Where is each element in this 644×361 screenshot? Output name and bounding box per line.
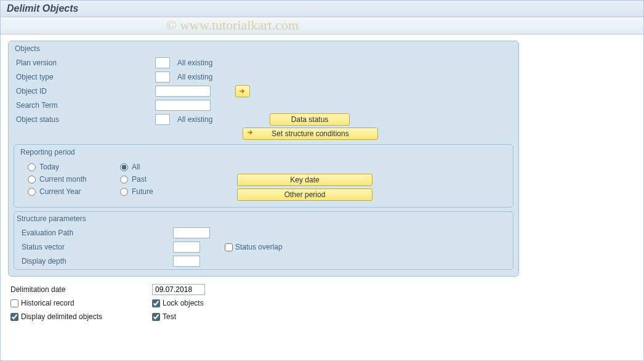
lock-objects-label: Lock objects bbox=[163, 299, 204, 307]
other-period-button[interactable]: Other period bbox=[237, 189, 372, 201]
object-type-row: Object type All existing bbox=[14, 70, 513, 84]
lock-objects-input[interactable] bbox=[152, 299, 160, 307]
evaluation-path-row: Evaluation Path bbox=[15, 226, 512, 240]
radio-all[interactable]: All bbox=[120, 163, 212, 171]
display-delimited-label: Display delimited objects bbox=[21, 312, 102, 321]
radio-today[interactable]: Today bbox=[28, 163, 120, 171]
object-type-label: Object type bbox=[14, 73, 155, 81]
historical-record-label: Historical record bbox=[21, 299, 74, 307]
bottom-checks-row-1: Historical record Lock objects bbox=[10, 296, 634, 310]
data-status-button[interactable]: Data status bbox=[270, 113, 350, 126]
display-depth-label: Display depth bbox=[15, 257, 173, 266]
object-id-input[interactable] bbox=[155, 86, 211, 97]
radio-col-2: All Past Future bbox=[120, 163, 212, 196]
data-status-label: Data status bbox=[291, 115, 329, 124]
status-overlap-input[interactable] bbox=[225, 243, 233, 251]
bottom-area: Delimitation date Historical record Lock… bbox=[8, 280, 636, 326]
search-term-label: Search Term bbox=[14, 101, 155, 110]
plan-version-label: Plan version bbox=[14, 59, 155, 67]
status-overlap-label: Status overlap bbox=[235, 243, 283, 251]
display-depth-input[interactable] bbox=[173, 256, 200, 267]
bottom-checks-row-2: Display delimited objects Test bbox=[10, 310, 634, 323]
toolbar bbox=[1, 17, 643, 34]
radio-current-month-input[interactable] bbox=[28, 176, 36, 184]
radio-past[interactable]: Past bbox=[120, 175, 212, 184]
other-period-label: Other period bbox=[284, 190, 326, 199]
object-status-label: Object status bbox=[14, 115, 155, 124]
display-delimited-input[interactable] bbox=[10, 313, 18, 321]
radio-current-year-label: Current Year bbox=[39, 187, 81, 196]
objects-group: Objects Plan version All existing Object… bbox=[8, 41, 519, 277]
reporting-body: Today Current month Current Year All bbox=[19, 159, 508, 202]
historical-record-input[interactable] bbox=[10, 299, 18, 307]
display-delimited-checkbox[interactable]: Display delimited objects bbox=[10, 312, 152, 321]
key-date-label: Key date bbox=[290, 176, 319, 184]
lock-objects-checkbox[interactable]: Lock objects bbox=[152, 299, 204, 307]
delimitation-date-row: Delimitation date bbox=[10, 283, 634, 296]
multiple-selection-button[interactable] bbox=[235, 85, 250, 97]
reporting-period-title: Reporting period bbox=[19, 147, 508, 159]
evaluation-path-label: Evaluation Path bbox=[15, 229, 173, 237]
radio-past-input[interactable] bbox=[120, 176, 128, 184]
search-term-input[interactable] bbox=[155, 100, 211, 111]
set-structure-row: Set structure conditions bbox=[14, 127, 513, 140]
test-checkbox[interactable]: Test bbox=[152, 312, 176, 321]
status-vector-row: Status vector Status overlap bbox=[15, 240, 512, 254]
object-id-row: Object ID bbox=[14, 84, 513, 98]
historical-record-checkbox[interactable]: Historical record bbox=[10, 299, 152, 307]
page-title: Delimit Objects bbox=[1, 1, 643, 17]
delimitation-date-label: Delimitation date bbox=[10, 285, 152, 294]
radio-current-month-label: Current month bbox=[39, 175, 87, 184]
page-title-text: Delimit Objects bbox=[7, 3, 78, 14]
radio-current-year-input[interactable] bbox=[28, 188, 36, 196]
status-vector-input[interactable] bbox=[173, 241, 200, 253]
structure-parameters-title: Structure parameters bbox=[15, 213, 512, 225]
delimitation-date-input[interactable] bbox=[152, 284, 205, 295]
radio-future-input[interactable] bbox=[120, 188, 128, 196]
object-id-label: Object ID bbox=[14, 87, 155, 95]
radio-future[interactable]: Future bbox=[120, 187, 212, 196]
set-structure-label: Set structure conditions bbox=[272, 129, 348, 138]
test-input[interactable] bbox=[152, 313, 160, 321]
plan-version-row: Plan version All existing bbox=[14, 56, 513, 70]
reporting-buttons: Key date Other period bbox=[237, 174, 372, 201]
search-term-row: Search Term bbox=[14, 99, 513, 112]
object-status-input[interactable] bbox=[155, 114, 170, 125]
radio-future-label: Future bbox=[132, 187, 153, 196]
structure-parameters-group: Structure parameters Evaluation Path Sta… bbox=[14, 211, 513, 270]
objects-group-title: Objects bbox=[14, 43, 513, 55]
plan-version-text: All existing bbox=[177, 59, 212, 67]
status-overlap-checkbox[interactable]: Status overlap bbox=[225, 243, 283, 251]
radio-current-year[interactable]: Current Year bbox=[28, 187, 120, 196]
status-vector-label: Status vector bbox=[15, 243, 173, 251]
set-structure-conditions-button[interactable]: Set structure conditions bbox=[243, 128, 378, 140]
plan-version-input[interactable] bbox=[155, 57, 170, 68]
evaluation-path-input[interactable] bbox=[173, 227, 210, 238]
object-status-text: All existing bbox=[177, 115, 270, 124]
key-date-button[interactable]: Key date bbox=[237, 174, 372, 186]
radio-today-label: Today bbox=[39, 163, 59, 171]
radio-all-input[interactable] bbox=[120, 163, 128, 171]
radio-past-label: Past bbox=[132, 175, 147, 184]
test-label: Test bbox=[163, 312, 176, 321]
object-type-input[interactable] bbox=[155, 71, 170, 83]
arrow-right-icon bbox=[239, 88, 246, 94]
object-type-text: All existing bbox=[177, 73, 212, 81]
radio-current-month[interactable]: Current month bbox=[28, 175, 120, 184]
display-depth-row: Display depth bbox=[15, 254, 512, 268]
reporting-period-group: Reporting period Today Current month Cur… bbox=[14, 144, 513, 208]
content-area: Objects Plan version All existing Object… bbox=[1, 34, 643, 361]
radio-col-1: Today Current month Current Year bbox=[28, 163, 120, 196]
object-status-row: Object status All existing Data status bbox=[14, 113, 513, 126]
arrow-right-icon bbox=[247, 129, 254, 137]
radio-all-label: All bbox=[132, 163, 140, 171]
radio-today-input[interactable] bbox=[28, 163, 36, 171]
